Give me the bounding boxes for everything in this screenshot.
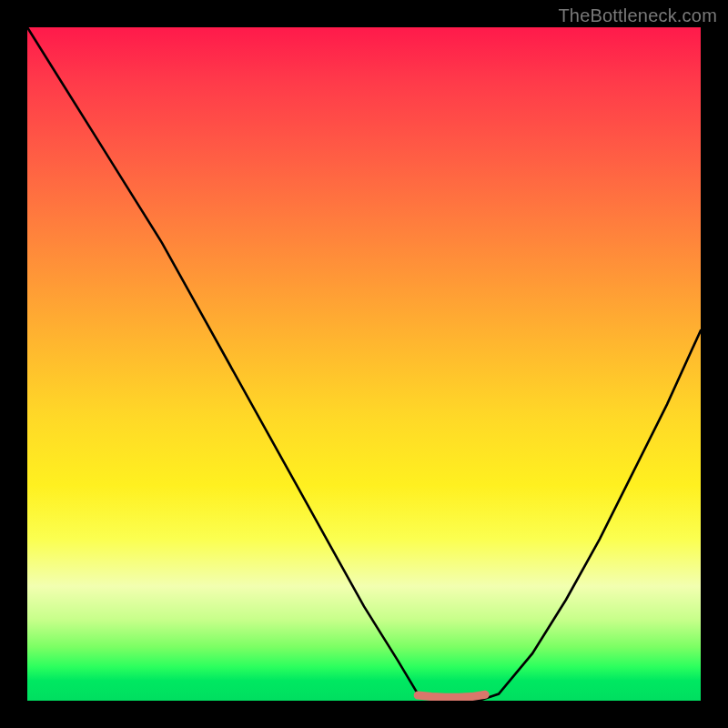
bottleneck-curve-line bbox=[27, 27, 701, 701]
chart-frame: TheBottleneck.com bbox=[0, 0, 728, 728]
curve-layer bbox=[27, 27, 701, 701]
watermark-text: TheBottleneck.com bbox=[558, 5, 717, 26]
plot-area bbox=[27, 27, 701, 701]
sweet-spot-marker bbox=[418, 694, 485, 697]
